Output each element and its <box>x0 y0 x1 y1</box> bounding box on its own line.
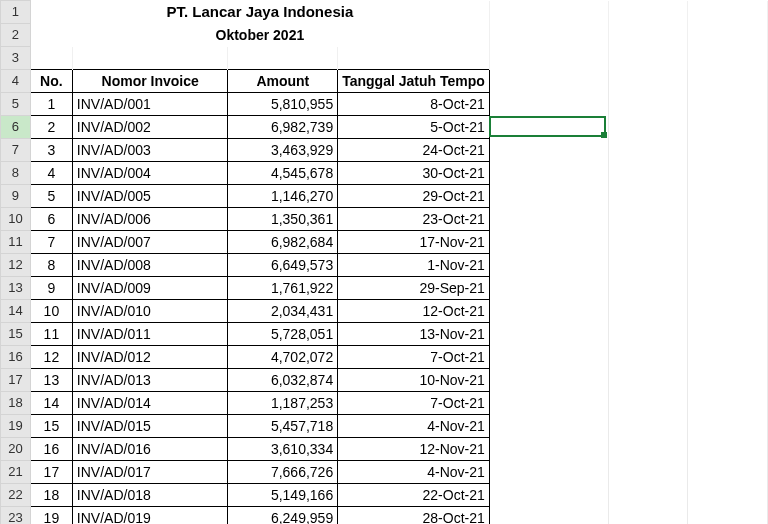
col-header-amount[interactable]: Amount <box>228 70 338 93</box>
cell-due-date[interactable]: 28-Oct-21 <box>338 507 490 525</box>
cell[interactable] <box>608 392 687 415</box>
row-header[interactable]: 10 <box>1 208 31 231</box>
grid[interactable]: 1PT. Lancar Jaya Indonesia2Oktober 20213… <box>0 0 768 524</box>
cell[interactable] <box>608 47 687 70</box>
row-header[interactable]: 3 <box>1 47 31 70</box>
cell-due-date[interactable]: 1-Nov-21 <box>338 254 490 277</box>
cell[interactable] <box>608 507 687 525</box>
cell-due-date[interactable]: 4-Nov-21 <box>338 415 490 438</box>
cell-no[interactable]: 14 <box>30 392 72 415</box>
cell[interactable] <box>489 369 608 392</box>
cell-no[interactable]: 5 <box>30 185 72 208</box>
cell[interactable] <box>608 300 687 323</box>
cell-amount[interactable]: 6,982,739 <box>228 116 338 139</box>
cell[interactable] <box>608 185 687 208</box>
cell-invoice[interactable]: INV/AD/016 <box>72 438 228 461</box>
cell[interactable] <box>489 392 608 415</box>
cell[interactable] <box>688 254 768 277</box>
cell-invoice[interactable]: INV/AD/015 <box>72 415 228 438</box>
cell[interactable] <box>489 47 608 70</box>
cell[interactable] <box>688 438 768 461</box>
cell-invoice[interactable]: INV/AD/011 <box>72 323 228 346</box>
cell[interactable] <box>489 438 608 461</box>
row-header[interactable]: 19 <box>1 415 31 438</box>
cell[interactable] <box>608 484 687 507</box>
cell[interactable] <box>489 162 608 185</box>
cell-no[interactable]: 1 <box>30 93 72 116</box>
cell-no[interactable]: 10 <box>30 300 72 323</box>
col-header-due[interactable]: Tanggal Jatuh Tempo <box>338 70 490 93</box>
cell[interactable] <box>688 93 768 116</box>
cell[interactable] <box>489 208 608 231</box>
cell[interactable] <box>608 415 687 438</box>
cell-no[interactable]: 18 <box>30 484 72 507</box>
cell-invoice[interactable]: INV/AD/012 <box>72 346 228 369</box>
cell-invoice[interactable]: INV/AD/004 <box>72 162 228 185</box>
cell[interactable] <box>72 47 228 70</box>
cell[interactable] <box>688 47 768 70</box>
row-header[interactable]: 8 <box>1 162 31 185</box>
cell[interactable] <box>688 116 768 139</box>
row-header[interactable]: 14 <box>1 300 31 323</box>
cell[interactable] <box>608 208 687 231</box>
cell-due-date[interactable]: 4-Nov-21 <box>338 461 490 484</box>
cell-amount[interactable]: 6,032,874 <box>228 369 338 392</box>
cell-invoice[interactable]: INV/AD/007 <box>72 231 228 254</box>
cell-invoice[interactable]: INV/AD/017 <box>72 461 228 484</box>
cell-invoice[interactable]: INV/AD/013 <box>72 369 228 392</box>
cell-amount[interactable]: 2,034,431 <box>228 300 338 323</box>
cell[interactable] <box>608 323 687 346</box>
cell-no[interactable]: 15 <box>30 415 72 438</box>
spreadsheet[interactable]: 1PT. Lancar Jaya Indonesia2Oktober 20213… <box>0 0 768 524</box>
cell-due-date[interactable]: 7-Oct-21 <box>338 392 490 415</box>
row-header[interactable]: 1 <box>1 1 31 24</box>
cell-due-date[interactable]: 29-Oct-21 <box>338 185 490 208</box>
cell-amount[interactable]: 1,761,922 <box>228 277 338 300</box>
cell-due-date[interactable]: 10-Nov-21 <box>338 369 490 392</box>
row-header[interactable]: 11 <box>1 231 31 254</box>
cell[interactable] <box>688 139 768 162</box>
cell[interactable] <box>608 24 687 47</box>
cell-due-date[interactable]: 7-Oct-21 <box>338 346 490 369</box>
cell-amount[interactable]: 3,463,929 <box>228 139 338 162</box>
cell-invoice[interactable]: INV/AD/009 <box>72 277 228 300</box>
cell-no[interactable]: 17 <box>30 461 72 484</box>
cell[interactable] <box>489 24 608 47</box>
cell[interactable] <box>608 139 687 162</box>
cell[interactable] <box>688 208 768 231</box>
cell[interactable] <box>489 484 608 507</box>
cell[interactable] <box>489 277 608 300</box>
cell[interactable] <box>489 346 608 369</box>
cell-invoice[interactable]: INV/AD/019 <box>72 507 228 525</box>
cell-invoice[interactable]: INV/AD/018 <box>72 484 228 507</box>
row-header[interactable]: 13 <box>1 277 31 300</box>
cell[interactable] <box>688 323 768 346</box>
cell-invoice[interactable]: INV/AD/005 <box>72 185 228 208</box>
cell[interactable] <box>608 162 687 185</box>
cell-no[interactable]: 6 <box>30 208 72 231</box>
row-header[interactable]: 18 <box>1 392 31 415</box>
cell[interactable] <box>608 1 687 24</box>
row-header[interactable]: 2 <box>1 24 31 47</box>
cell[interactable] <box>688 392 768 415</box>
row-header[interactable]: 7 <box>1 139 31 162</box>
row-header[interactable]: 15 <box>1 323 31 346</box>
row-header[interactable]: 22 <box>1 484 31 507</box>
cell-no[interactable]: 4 <box>30 162 72 185</box>
cell[interactable] <box>688 1 768 24</box>
cell[interactable] <box>688 185 768 208</box>
row-header[interactable]: 20 <box>1 438 31 461</box>
cell[interactable] <box>688 70 768 93</box>
cell[interactable] <box>489 70 608 93</box>
cell-amount[interactable]: 1,146,270 <box>228 185 338 208</box>
row-header[interactable]: 21 <box>1 461 31 484</box>
cell[interactable] <box>489 93 608 116</box>
cell[interactable] <box>489 507 608 525</box>
cell[interactable] <box>688 162 768 185</box>
cell[interactable] <box>608 116 687 139</box>
cell-amount[interactable]: 7,666,726 <box>228 461 338 484</box>
cell[interactable] <box>688 346 768 369</box>
cell-due-date[interactable]: 29-Sep-21 <box>338 277 490 300</box>
cell[interactable] <box>688 24 768 47</box>
cell[interactable] <box>489 461 608 484</box>
